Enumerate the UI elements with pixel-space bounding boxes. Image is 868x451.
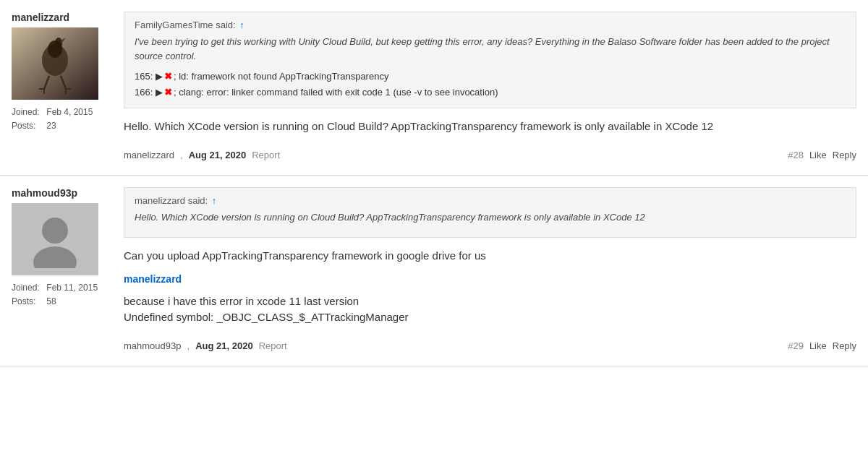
user-panel-2: mahmoud93p Joined: Feb 11, 2015 Posts: 5… [12, 187, 124, 366]
post-body-text-2a: Can you upload AppTrackingTransparency f… [124, 249, 486, 262]
report-link-2[interactable]: Report [259, 340, 287, 351]
user-meta-1: Joined: Feb 4, 2015 Posts: 23 [12, 106, 112, 133]
quote-author-2: manelizzard [135, 195, 185, 206]
quote-said-1: said: [216, 20, 235, 30]
mention-link-2[interactable]: manelizzard [124, 273, 182, 285]
footer-date-1: Aug 21, 2020 [189, 150, 247, 160]
posts-count-2: 58 [46, 296, 56, 306]
quote-box-2: manelizzard said: ↑ Hello. Which XCode v… [124, 187, 856, 239]
reply-button-1[interactable]: Reply [833, 150, 856, 160]
quote-arrow-1[interactable]: ↑ [239, 20, 244, 30]
error-line-2: 166: ▶✖; clang: error: linker command fa… [135, 85, 846, 100]
svg-point-10 [55, 38, 62, 49]
joined-label-1: Joined: [12, 106, 44, 119]
joined-label-2: Joined: [12, 281, 44, 295]
quote-text-2: Hello. Which XCode version is running on… [135, 210, 846, 225]
post-2: mahmoud93p Joined: Feb 11, 2015 Posts: 5… [0, 176, 868, 366]
error-lines-1: 165: ▶✖; ld: framework not found AppTrac… [135, 69, 846, 100]
like-button-2[interactable]: Like [809, 340, 827, 351]
user-panel-1: manelizzard [12, 12, 124, 175]
post-num-1: #28 [788, 150, 804, 160]
report-link-1[interactable]: Report [252, 150, 280, 160]
quote-said-2: said: [188, 195, 208, 206]
posts-label-2: Posts: [12, 295, 44, 309]
quote-header-1: FamilyGamesTime said: ↑ [135, 20, 846, 30]
post-body-1: Hello. Which XCode version is running on… [124, 119, 856, 135]
post-body-text-2c: Undefined symbol: _OBJC_CLASS_$_ATTracki… [124, 311, 409, 323]
post-footer-1: manelizzard, Aug 21, 2020 Report #28 Lik… [124, 144, 856, 166]
svg-point-13 [33, 246, 77, 268]
quote-header-2: manelizzard said: ↑ [135, 195, 846, 206]
posts-count-1: 23 [46, 121, 56, 131]
error-line-1: 165: ▶✖; ld: framework not found AppTrac… [135, 69, 846, 85]
quote-arrow-2[interactable]: ↑ [212, 195, 217, 206]
posts-label-1: Posts: [12, 119, 44, 133]
reply-button-2[interactable]: Reply [833, 340, 856, 351]
footer-author-2: mahmoud93p [124, 340, 182, 351]
post-body-2b: because i have this error in xcode 11 la… [124, 293, 856, 326]
avatar-1 [12, 27, 98, 100]
footer-date-2: Aug 21, 2020 [195, 340, 253, 351]
avatar-2 [12, 203, 98, 275]
user-meta-2: Joined: Feb 11, 2015 Posts: 58 [12, 281, 112, 309]
quote-text-1: I've been trying to get this working wit… [135, 35, 846, 63]
quote-box-1: FamilyGamesTime said: ↑ I've been trying… [124, 12, 856, 108]
post-footer-left-2: mahmoud93p, Aug 21, 2020 Report [124, 340, 287, 351]
quote-author-1: FamilyGamesTime [135, 20, 213, 30]
post-body-line1: Can you upload AppTrackingTransparency f… [124, 248, 856, 265]
post-1: manelizzard [0, 0, 868, 176]
post-body-text-2b: because i have this error in xcode 11 la… [124, 295, 359, 307]
username-2: mahmoud93p [12, 187, 112, 199]
post-footer-2: mahmoud93p, Aug 21, 2020 Report #29 Like… [124, 335, 856, 357]
post-footer-left-1: manelizzard, Aug 21, 2020 Report [124, 150, 280, 160]
joined-date-1: Feb 4, 2015 [46, 107, 93, 117]
post-footer-right-1: #28 Like Reply [788, 150, 856, 160]
post-content-1: FamilyGamesTime said: ↑ I've been trying… [124, 12, 856, 175]
post-footer-right-2: #29 Like Reply [788, 340, 856, 351]
joined-date-2: Feb 11, 2015 [46, 283, 98, 293]
avatar-generic-2 [12, 203, 98, 275]
post-num-2: #29 [788, 340, 804, 351]
mention-line: manelizzard [124, 273, 856, 285]
username-1: manelizzard [12, 12, 112, 23]
post-content-2: manelizzard said: ↑ Hello. Which XCode v… [124, 187, 856, 366]
svg-point-12 [42, 218, 68, 244]
footer-author-1: manelizzard [124, 150, 174, 160]
like-button-1[interactable]: Like [809, 150, 827, 160]
